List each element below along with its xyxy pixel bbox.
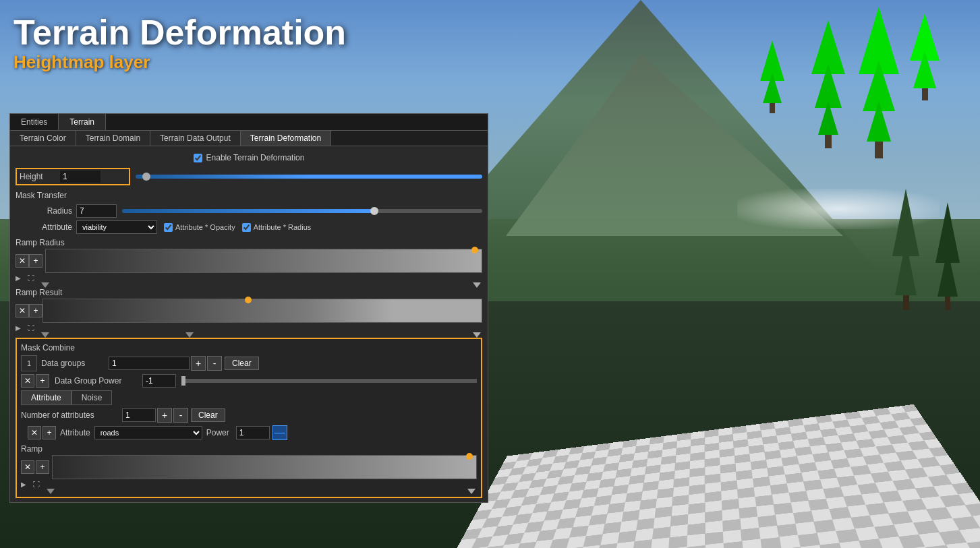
inner-ramp-remove-btn[interactable]: ✕	[21, 460, 34, 474]
data-group-power-row: ✕ + Data Group Power	[21, 374, 477, 388]
ramp-result-mid-handle[interactable]	[185, 332, 194, 338]
ramp-radius-controls: ✕ +	[16, 249, 482, 273]
ramp-result-orange-handle[interactable]	[245, 297, 252, 303]
data-groups-input[interactable]	[109, 357, 190, 370]
attr-power-row: ✕ + Attribute roads Power —	[21, 425, 477, 440]
attr-power-label: Attribute	[60, 428, 90, 437]
ramp-radius-orange-handle[interactable]	[471, 247, 478, 253]
radius-slider[interactable]	[122, 209, 482, 213]
tab-attribute[interactable]: Attribute	[21, 390, 71, 405]
tab-terrain-deformation[interactable]: Terrain Deformation	[241, 131, 331, 146]
inner-ramp-controls: ✕ +	[21, 455, 477, 479]
attr-power-select[interactable]: roads	[94, 426, 202, 439]
enable-label: Enable Terrain Deformation	[206, 153, 305, 162]
inner-ramp-add-btn[interactable]: +	[36, 460, 49, 474]
power-text-label: Power	[206, 428, 229, 437]
height-input[interactable]	[60, 171, 100, 183]
radius-row: Radius	[16, 204, 482, 218]
ramp-radius-bottom: ▶ ⛶	[16, 274, 482, 284]
ramp-result-gradient	[42, 299, 482, 323]
power-val-input[interactable]	[236, 426, 270, 439]
sub-tab-bar: Terrain Color Terrain Domain Terrain Dat…	[10, 131, 488, 146]
main-title: Terrain Deformation	[13, 13, 346, 52]
inner-ramp-bottom: ▶ ⛶	[21, 481, 477, 490]
top-tab-bar: Entities Terrain	[10, 114, 488, 131]
num-attr-row: Number of attributes + - Clear	[21, 408, 477, 423]
attr-opacity-checkbox[interactable]	[164, 223, 173, 232]
num-badge: 1	[21, 355, 37, 371]
attr-remove-btn[interactable]: ✕	[28, 426, 41, 439]
ramp-radius-label: Ramp Radius	[16, 237, 482, 249]
num-attr-input[interactable]	[122, 408, 156, 422]
mask-combine-label: Mask Combine	[21, 343, 477, 353]
ramp-result-add-btn[interactable]: +	[29, 304, 42, 317]
tab-terrain[interactable]: Terrain	[59, 114, 106, 130]
attr-noise-tabs: Attribute Noise	[21, 390, 477, 405]
sub-title: Heightmap layer	[13, 52, 346, 73]
inner-ramp-section: Ramp ✕ + ▶ ⛶	[21, 443, 477, 490]
ramp-radius-right-handle[interactable]	[473, 282, 481, 288]
attribute-row: Attribute viability Attribute * Opacity …	[16, 220, 482, 234]
radius-input[interactable]	[76, 204, 117, 218]
num-attr-label: Number of attributes	[21, 410, 122, 420]
inner-ramp-play-icon[interactable]: ▶	[21, 481, 30, 490]
num-attr-remove-btn[interactable]: -	[173, 408, 188, 423]
attr-add-btn[interactable]: +	[42, 426, 56, 439]
data-groups-remove-btn[interactable]: -	[207, 356, 222, 371]
height-slider[interactable]	[136, 175, 482, 179]
attr-opacity-label[interactable]: Attribute * Opacity	[164, 223, 235, 232]
power-blue-btn[interactable]: —	[272, 425, 287, 440]
ramp-radius-add-btn[interactable]: +	[29, 254, 42, 268]
tab-terrain-data-output[interactable]: Terrain Data Output	[150, 131, 241, 146]
data-groups-label: Data groups	[41, 359, 109, 368]
mask-combine-section: Mask Combine 1 Data groups + - Clear ✕ +…	[16, 338, 482, 498]
inner-ramp-orange-handle[interactable]	[466, 453, 473, 460]
mask-transfer-label: Mask Transfer	[16, 188, 482, 202]
num-attr-add-btn[interactable]: +	[157, 408, 172, 423]
attribute-select[interactable]: viability	[76, 220, 157, 234]
data-groups-add-btn[interactable]: +	[191, 356, 206, 371]
ramp-result-icons: ▶ ⛶	[16, 324, 37, 334]
data-groups-clear-btn[interactable]: Clear	[225, 357, 259, 370]
inner-ramp-icons: ▶ ⛶	[21, 481, 42, 490]
enable-checkbox[interactable]	[194, 154, 202, 162]
height-row: Height	[16, 168, 482, 185]
ramp-radius-section: Ramp Radius ✕ + ▶ ⛶	[16, 237, 482, 284]
inner-ramp-expand-icon[interactable]: ⛶	[33, 481, 42, 490]
ramp-result-play-icon[interactable]: ▶	[16, 324, 25, 334]
power-input[interactable]	[142, 374, 176, 388]
power-slider[interactable]	[181, 379, 477, 383]
ramp-result-remove-btn[interactable]: ✕	[16, 304, 29, 317]
inner-ramp-label: Ramp	[21, 443, 477, 455]
ramp-result-section: Ramp Result ✕ + ▶ ⛶	[16, 286, 482, 334]
ramp-radius-gradient	[45, 249, 482, 273]
num-attr-clear-btn[interactable]: Clear	[191, 408, 225, 422]
data-groups-row: 1 Data groups + - Clear	[21, 355, 477, 371]
panel-content: Enable Terrain Deformation Height Mask T…	[10, 146, 488, 502]
ramp-result-expand-icon[interactable]: ⛶	[28, 324, 37, 334]
attr-radius-label[interactable]: Attribute * Radius	[242, 223, 312, 232]
ramp-radius-play-icon[interactable]: ▶	[16, 274, 25, 284]
tab-terrain-domain[interactable]: Terrain Domain	[76, 131, 150, 146]
attr-radius-checkbox[interactable]	[242, 223, 251, 232]
ramp-radius-expand-icon[interactable]: ⛶	[28, 274, 37, 284]
tab-noise[interactable]: Noise	[71, 390, 113, 405]
inner-ramp-left-handle[interactable]	[47, 489, 55, 494]
ramp-radius-icons: ▶ ⛶	[16, 274, 37, 284]
inner-ramp-right-handle[interactable]	[467, 489, 475, 494]
radius-label: Radius	[16, 206, 76, 216]
ramp-result-bottom: ▶ ⛶	[16, 324, 482, 334]
attribute-label: Attribute	[16, 222, 76, 232]
power-label: Data Group Power	[55, 376, 142, 386]
ramp-result-left-handle[interactable]	[41, 332, 49, 338]
title-area: Terrain Deformation Heightmap layer	[13, 13, 346, 73]
power-add-btn[interactable]: +	[36, 374, 49, 388]
ramp-radius-remove-btn[interactable]: ✕	[16, 254, 29, 268]
height-label: Height	[20, 172, 60, 181]
tab-terrain-color[interactable]: Terrain Color	[10, 131, 76, 146]
ramp-result-right-handle[interactable]	[473, 332, 481, 338]
power-remove-btn[interactable]: ✕	[21, 374, 34, 388]
enable-row: Enable Terrain Deformation	[16, 150, 482, 165]
tab-entities[interactable]: Entities	[10, 114, 59, 130]
ramp-radius-left-handle[interactable]	[41, 282, 49, 288]
